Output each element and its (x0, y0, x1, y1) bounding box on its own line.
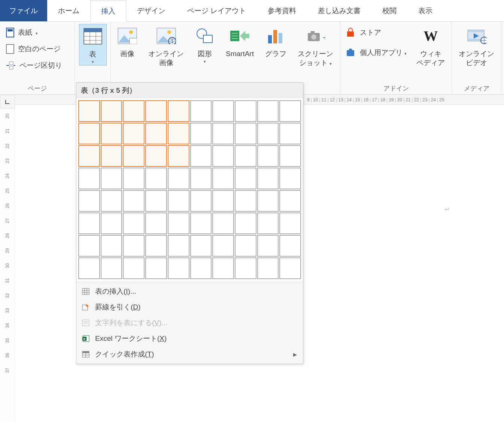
table-grid-cell[interactable] (212, 257, 234, 279)
tab-insert[interactable]: 挿入 (90, 0, 126, 22)
table-grid-cell[interactable] (78, 235, 100, 257)
table-grid-cell[interactable] (235, 100, 256, 122)
shapes-button[interactable]: 図形 ▾ (191, 24, 218, 65)
table-grid-cell[interactable] (257, 212, 279, 234)
table-grid-cell[interactable] (212, 145, 234, 167)
excel-spreadsheet-menu-item[interactable]: X Excel ワークシート(X) (76, 331, 303, 346)
table-grid-cell[interactable] (212, 212, 234, 234)
table-grid-cell[interactable] (78, 190, 100, 212)
table-grid-cell[interactable] (123, 100, 145, 122)
table-grid-cell[interactable] (235, 190, 256, 212)
table-grid-cell[interactable] (190, 257, 212, 279)
table-grid-cell[interactable] (257, 168, 279, 189)
tab-design[interactable]: デザイン (126, 0, 176, 21)
table-grid-cell[interactable] (123, 123, 145, 144)
table-grid-cell[interactable] (257, 100, 279, 122)
table-grid-cell[interactable] (235, 257, 256, 279)
my-addins-button[interactable]: 個人用アプリ ▾ (346, 48, 407, 58)
table-button[interactable]: 表 ▾ (79, 24, 107, 65)
table-grid-cell[interactable] (279, 100, 301, 122)
chart-button[interactable]: グラフ (261, 24, 290, 59)
table-grid-cell[interactable] (101, 190, 122, 212)
vertical-ruler[interactable]: 20 21 22 23 24 25 26 27 28 29 30 31 32 3… (0, 108, 15, 422)
table-grid-cell[interactable] (190, 100, 212, 122)
table-grid-cell[interactable] (279, 190, 301, 212)
table-grid-cell[interactable] (190, 235, 212, 257)
smartart-button[interactable]: SmartArt (222, 24, 258, 59)
cover-page-button[interactable]: 表紙 (3, 26, 65, 39)
table-grid-cell[interactable] (145, 190, 167, 212)
table-grid-cell[interactable] (101, 168, 122, 189)
table-grid-cell[interactable] (190, 190, 212, 212)
table-grid-cell[interactable] (101, 145, 122, 167)
table-grid-cell[interactable] (235, 123, 256, 144)
insert-table-menu-item[interactable]: 表の挿入(I)... (76, 284, 303, 299)
table-grid-cell[interactable] (279, 212, 301, 234)
table-grid-cell[interactable] (123, 257, 145, 279)
table-grid-cell[interactable] (235, 235, 256, 257)
table-grid-cell[interactable] (257, 257, 279, 279)
store-button[interactable]: ストア (346, 28, 407, 37)
table-grid-cell[interactable] (168, 100, 189, 122)
tab-view[interactable]: 表示 (407, 0, 443, 21)
table-grid-cell[interactable] (190, 123, 212, 144)
table-grid-cell[interactable] (123, 145, 145, 167)
table-grid-cell[interactable] (235, 212, 256, 234)
table-grid-cell[interactable] (123, 212, 145, 234)
table-grid-cell[interactable] (123, 190, 145, 212)
table-grid-cell[interactable] (168, 168, 189, 189)
table-grid-cell[interactable] (212, 123, 234, 144)
table-grid-cell[interactable] (101, 257, 122, 279)
table-grid-cell[interactable] (212, 168, 234, 189)
table-grid-cell[interactable] (168, 212, 189, 234)
pictures-button[interactable]: 画像 (114, 24, 141, 59)
table-grid-cell[interactable] (168, 123, 189, 144)
table-grid-cell[interactable] (279, 168, 301, 189)
tab-page-layout[interactable]: ページ レイアウト (176, 0, 257, 21)
tab-file[interactable]: ファイル (0, 0, 47, 21)
table-grid-cell[interactable] (279, 145, 301, 167)
tab-review[interactable]: 校閲 (371, 0, 407, 21)
table-grid-cell[interactable] (78, 168, 100, 189)
table-grid-cell[interactable] (101, 123, 122, 144)
page-break-button[interactable]: ページ区切り (3, 59, 65, 72)
table-grid-cell[interactable] (279, 257, 301, 279)
table-grid-cell[interactable] (145, 100, 167, 122)
table-grid-cell[interactable] (145, 257, 167, 279)
table-grid-cell[interactable] (279, 123, 301, 144)
table-grid-cell[interactable] (78, 100, 100, 122)
table-grid-cell[interactable] (168, 235, 189, 257)
tab-mailings[interactable]: 差し込み文書 (307, 0, 371, 21)
table-grid-cell[interactable] (212, 190, 234, 212)
table-grid-cell[interactable] (279, 235, 301, 257)
table-grid-cell[interactable] (257, 145, 279, 167)
table-grid-cell[interactable] (145, 168, 167, 189)
table-grid-cell[interactable] (145, 145, 167, 167)
screenshot-button[interactable]: + スクリーン ショット ▾ (294, 24, 337, 68)
table-grid-cell[interactable] (78, 123, 100, 144)
table-grid-cell[interactable] (78, 257, 100, 279)
table-grid-cell[interactable] (145, 212, 167, 234)
table-grid-cell[interactable] (212, 100, 234, 122)
table-grid-cell[interactable] (168, 257, 189, 279)
table-grid-cell[interactable] (145, 235, 167, 257)
table-grid-cell[interactable] (257, 235, 279, 257)
tab-home[interactable]: ホーム (47, 0, 90, 21)
table-grid-cell[interactable] (257, 190, 279, 212)
table-grid-cell[interactable] (123, 168, 145, 189)
table-grid-cell[interactable] (78, 145, 100, 167)
table-grid-cell[interactable] (190, 212, 212, 234)
quick-tables-menu-item[interactable]: クイック表作成(T) ▶ (76, 346, 303, 362)
table-grid-cell[interactable] (123, 235, 145, 257)
table-grid-cell[interactable] (101, 100, 122, 122)
table-grid-cell[interactable] (235, 168, 256, 189)
tab-references[interactable]: 参考資料 (257, 0, 307, 21)
blank-page-button[interactable]: 空白のページ (3, 43, 65, 55)
table-grid-cell[interactable] (190, 145, 212, 167)
online-pictures-button[interactable]: オンライン 画像 (145, 24, 188, 68)
table-grid-cell[interactable] (78, 212, 100, 234)
table-grid-cell[interactable] (101, 212, 122, 234)
table-grid-cell[interactable] (190, 168, 212, 189)
table-grid-cell[interactable] (101, 235, 122, 257)
table-grid-cell[interactable] (235, 145, 256, 167)
